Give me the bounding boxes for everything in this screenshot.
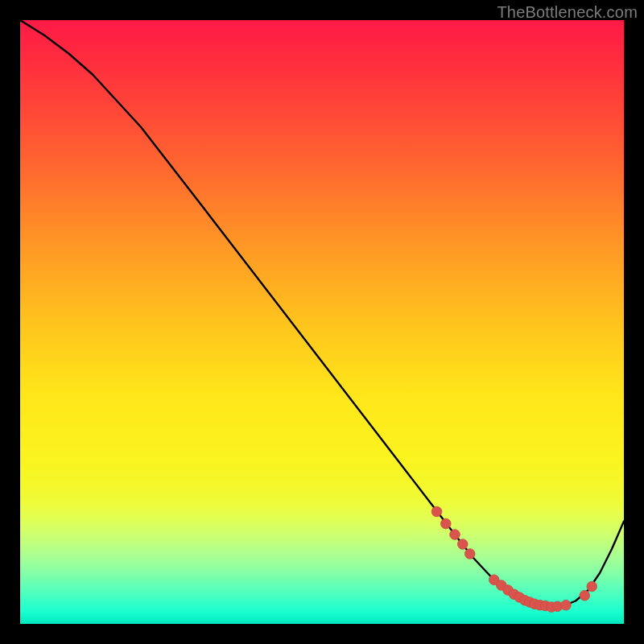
sample-point [464, 549, 475, 559]
sample-point [457, 539, 468, 550]
watermark-text: TheBottleneck.com [497, 3, 638, 22]
sample-point [580, 590, 590, 601]
plot-area [20, 20, 624, 624]
sample-point [450, 530, 460, 540]
sample-point [440, 518, 451, 529]
sample-point [587, 581, 597, 592]
chart-stage: TheBottleneck.com [0, 0, 644, 644]
sample-point [431, 506, 442, 517]
sample-points [20, 20, 624, 624]
sample-point [561, 600, 572, 610]
